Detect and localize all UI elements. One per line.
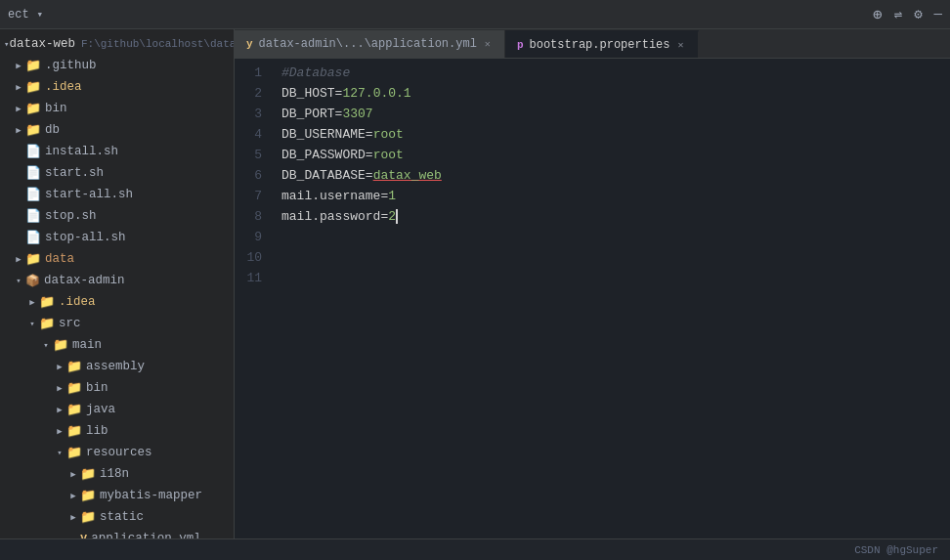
folder-icon-assembly: 📁	[66, 359, 82, 374]
sidebar-item-install-sh[interactable]: 📄 install.sh	[0, 141, 234, 162]
code-line-2: DB_HOST=127.0.0.1	[281, 83, 950, 104]
sidebar-item-application-yml[interactable]: y application.yml	[0, 528, 234, 538]
sidebar-item-i18n[interactable]: ▶ 📁 i18n	[0, 463, 234, 485]
data-arrow: ▶	[12, 252, 25, 266]
folder-icon-src: 📁	[39, 316, 55, 331]
sidebar-item-idea-admin[interactable]: ▶ 📁 .idea	[0, 291, 234, 313]
settings-icon[interactable]: ⚙	[914, 6, 922, 22]
line4-key: DB_USERNAME=	[281, 124, 373, 145]
sidebar-item-start-sh[interactable]: 📄 start.sh	[0, 162, 234, 184]
idea-admin-arrow: ▶	[25, 295, 39, 309]
folder-icon-java: 📁	[66, 402, 82, 417]
datax-admin-label: datax-admin	[44, 274, 125, 287]
sidebar-item-data[interactable]: ▶ 📁 data	[0, 248, 234, 270]
assembly-label: assembly	[86, 360, 145, 373]
line6-value: datax_web	[373, 165, 442, 186]
folder-icon-idea-admin: 📁	[39, 294, 55, 310]
line3-key: DB_PORT=	[281, 104, 342, 124]
tab-label-application-yml: datax-admin\...\application.yml	[259, 37, 477, 51]
code-line-9	[281, 227, 950, 247]
code-line-10	[281, 247, 950, 268]
titlebar-right: ⊕ ⇌ ⚙ ─	[873, 5, 942, 24]
tab-icon-bootstrap-properties: p	[517, 39, 524, 51]
datax-admin-arrow: ▾	[12, 274, 25, 287]
line8-value: 2	[388, 206, 396, 227]
text-cursor	[396, 209, 398, 224]
code-line-5: DB_PASSWORD=root	[281, 145, 950, 165]
line7-key: mail.username=	[281, 186, 388, 206]
code-line-8: mail.password=2	[281, 206, 950, 227]
idea-admin-label: .idea	[59, 295, 96, 309]
tab-close-bootstrap-properties[interactable]: ✕	[676, 38, 686, 52]
line7-value: 1	[388, 186, 396, 206]
sidebar-item-src[interactable]: ▾ 📁 src	[0, 313, 234, 334]
sidebar-item-start-all-sh[interactable]: 📄 start-all.sh	[0, 184, 234, 205]
sidebar-item-idea-root[interactable]: ▶ 📁 .idea	[0, 76, 234, 98]
bin-label: bin	[45, 102, 67, 115]
folder-icon-resources: 📁	[66, 445, 82, 460]
sidebar-item-bin-main[interactable]: ▶ 📁 bin	[0, 377, 234, 399]
sidebar-item-github[interactable]: ▶ 📁 .github	[0, 55, 234, 76]
code-line-3: DB_PORT=3307	[281, 104, 950, 124]
dropdown-arrow[interactable]: ▾	[37, 8, 44, 21]
line-numbers: 1 2 3 4 5 6 7 8 9 10 11	[235, 59, 274, 538]
split-icon[interactable]: ⇌	[894, 6, 902, 22]
i18n-arrow: ▶	[66, 467, 80, 481]
folder-icon-data: 📁	[25, 251, 41, 267]
line3-value: 3307	[342, 104, 372, 124]
folder-icon-bin: 📁	[25, 101, 41, 116]
resources-label: resources	[86, 446, 152, 459]
code-line-11	[281, 268, 950, 288]
line5-key: DB_PASSWORD=	[281, 145, 373, 165]
java-label: java	[86, 403, 115, 416]
static-arrow: ▶	[66, 510, 80, 524]
sidebar: ▾ datax-web F:\github\localhost\datax-we…	[0, 29, 235, 538]
src-arrow: ▾	[25, 317, 39, 330]
sidebar-item-datax-admin[interactable]: ▾ 📦 datax-admin	[0, 270, 234, 291]
sidebar-item-main[interactable]: ▾ 📁 main	[0, 334, 234, 356]
sidebar-item-mybatis-mapper[interactable]: ▶ 📁 mybatis-mapper	[0, 485, 234, 506]
folder-icon-i18n: 📁	[80, 466, 96, 482]
bin-main-label: bin	[86, 381, 108, 395]
minimize-icon[interactable]: ─	[934, 7, 942, 22]
tab-close-application-yml[interactable]: ✕	[483, 37, 493, 51]
line5-value: root	[373, 145, 404, 165]
sidebar-item-assembly[interactable]: ▶ 📁 assembly	[0, 356, 234, 377]
mybatis-mapper-arrow: ▶	[66, 489, 80, 502]
globe-icon[interactable]: ⊕	[873, 5, 883, 24]
start-sh-label: start.sh	[45, 166, 104, 180]
sidebar-item-stop-all-sh[interactable]: 📄 stop-all.sh	[0, 227, 234, 248]
root-project-label: datax-web	[9, 37, 75, 51]
folder-icon-github: 📁	[25, 58, 41, 73]
resources-arrow: ▾	[53, 446, 66, 459]
sidebar-item-db[interactable]: ▶ 📁 db	[0, 119, 234, 141]
tab-label-bootstrap-properties: bootstrap.properties	[530, 38, 670, 52]
github-label: .github	[45, 59, 97, 72]
folder-icon-bin-main: 📁	[66, 380, 82, 396]
sidebar-item-stop-sh[interactable]: 📄 stop.sh	[0, 205, 234, 227]
file-icon-stop: 📄	[25, 208, 41, 224]
sidebar-item-resources[interactable]: ▾ 📁 resources	[0, 442, 234, 463]
titlebar-left: ect ▾	[8, 8, 43, 22]
sidebar-item-java[interactable]: ▶ 📁 java	[0, 399, 234, 420]
sidebar-item-static[interactable]: ▶ 📁 static	[0, 506, 234, 528]
folder-icon-db: 📁	[25, 122, 41, 138]
tab-application-yml[interactable]: y datax-admin\...\application.yml ✕	[235, 30, 505, 58]
main-arrow: ▾	[39, 338, 53, 352]
tab-icon-application-yml: y	[246, 38, 253, 50]
data-label: data	[45, 252, 74, 266]
statusbar-attribution: CSDN @hgSuper	[854, 544, 938, 556]
i18n-label: i18n	[100, 467, 129, 481]
titlebar: ect ▾ ⊕ ⇌ ⚙ ─	[0, 0, 950, 29]
code-editor[interactable]: #Database DB_HOST=127.0.0.1 DB_PORT=3307…	[274, 59, 950, 538]
mybatis-mapper-label: mybatis-mapper	[100, 489, 202, 502]
idea-root-label: .idea	[45, 80, 82, 94]
lib-arrow: ▶	[53, 424, 66, 438]
tab-bootstrap-properties[interactable]: p bootstrap.properties ✕	[505, 30, 699, 58]
stop-all-sh-label: stop-all.sh	[45, 231, 126, 244]
code-line-6: DB_DATABASE=datax_web	[281, 165, 950, 186]
sidebar-item-bin[interactable]: ▶ 📁 bin	[0, 98, 234, 119]
file-icon-application-yml: y	[80, 532, 87, 538]
sidebar-item-lib[interactable]: ▶ 📁 lib	[0, 420, 234, 442]
sidebar-root[interactable]: ▾ datax-web F:\github\localhost\datax-we…	[0, 33, 234, 55]
